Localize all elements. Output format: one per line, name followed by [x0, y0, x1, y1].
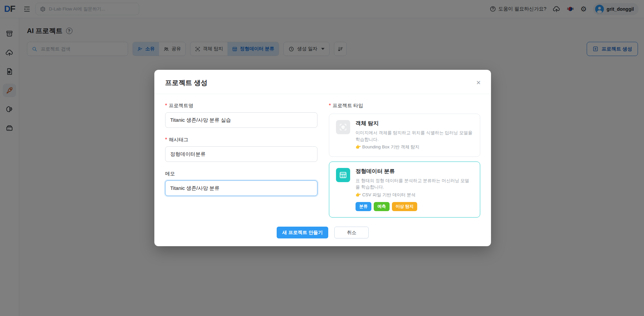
type-card-title: 정형데이터 분류	[356, 168, 473, 175]
hashtag-label: 해시태그	[169, 137, 188, 143]
memo-input[interactable]	[165, 180, 317, 196]
app-root: DF 도움이 필요하신가요?	[0, 0, 644, 316]
modal-footer: 새 프로젝트 만들기 취소	[154, 227, 491, 238]
project-name-input[interactable]	[165, 112, 317, 128]
type-card-title: 객체 탐지	[356, 120, 473, 127]
type-card-hint: 👉 CSV 파일 기반 데이터 분석	[356, 192, 473, 198]
required-marker: *	[165, 137, 167, 143]
memo-label: 메모	[165, 171, 175, 177]
create-project-modal: 프로젝트 생성 ✕ * 프로젝트명 * 해시태그	[154, 70, 491, 246]
memo-field: 메모	[165, 171, 317, 196]
table-icon	[336, 168, 350, 182]
project-name-label: 프로젝트명	[169, 103, 193, 109]
project-type-label: 프로젝트 타입	[333, 103, 363, 109]
modal-title: 프로젝트 생성	[165, 78, 208, 87]
hashtag-input[interactable]	[165, 146, 317, 162]
required-marker: *	[329, 103, 331, 109]
modal-type-column: * 프로젝트 타입 객체 탐지 이미지에서 객체를 탐지하고 위치를 식별하는 …	[329, 103, 480, 218]
badge-prediction: 예측	[374, 202, 390, 211]
modal-body: * 프로젝트명 * 해시태그 메모	[154, 94, 491, 218]
cancel-button[interactable]: 취소	[334, 227, 369, 238]
badge-anomaly-detection: 이상 탐지	[392, 202, 417, 211]
badge-classification: 분류	[356, 202, 371, 211]
type-card-hint: 👉 Bounding Box 기반 객체 탐지	[356, 144, 473, 150]
close-icon[interactable]: ✕	[476, 80, 481, 86]
project-name-field: * 프로젝트명	[165, 103, 317, 128]
hashtag-field: * 해시태그	[165, 137, 317, 162]
type-card-tabular[interactable]: 정형데이터 분류 표 형태의 정형 데이터를 분석하고 분류하는 머신러닝 모델…	[329, 162, 480, 218]
scan-cube-icon	[336, 120, 350, 134]
type-card-desc: 표 형태의 정형 데이터를 분석하고 분류하는 머신러닝 모델을 학습합니다.	[356, 177, 473, 191]
type-card-badges: 분류 예측 이상 탐지	[356, 202, 473, 211]
submit-create-project-button[interactable]: 새 프로젝트 만들기	[277, 227, 329, 238]
modal-form-column: * 프로젝트명 * 해시태그 메모	[165, 103, 317, 218]
required-marker: *	[165, 103, 167, 109]
modal-header: 프로젝트 생성 ✕	[154, 70, 491, 94]
type-card-desc: 이미지에서 객체를 탐지하고 위치를 식별하는 딥러닝 모델을 학습합니다.	[356, 130, 473, 143]
type-card-object-detection[interactable]: 객체 탐지 이미지에서 객체를 탐지하고 위치를 식별하는 딥러닝 모델을 학습…	[329, 114, 480, 157]
